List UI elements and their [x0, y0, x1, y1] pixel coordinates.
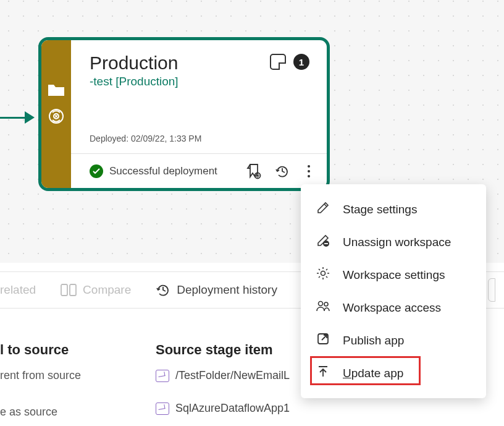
svg-rect-4	[70, 284, 76, 296]
toolbar-deployment-history[interactable]: Deployment history	[156, 283, 277, 297]
row-rent-from-source: rent from source	[0, 369, 81, 382]
folder-icon	[48, 85, 64, 97]
rules-icon[interactable]	[246, 163, 261, 179]
menu-item-label: Workspace settings	[343, 268, 445, 282]
stage-deployed-timestamp: Deployed: 02/09/22, 1:33 PM	[90, 134, 201, 143]
menu-workspace-access[interactable]: Workspace access	[301, 291, 486, 324]
deployment-status-text: Successful deployment	[109, 165, 240, 177]
stage-card-footer: Successful deployment	[71, 153, 327, 188]
pencil-icon	[316, 200, 330, 218]
menu-item-label: Update app	[343, 367, 403, 380]
stage-card-sidebar	[41, 40, 71, 188]
menu-item-label: Unassign workspace	[343, 236, 451, 249]
column-header-source-stage-item: Source stage item	[156, 342, 290, 358]
menu-item-label: Publish app	[343, 334, 404, 347]
upload-icon	[316, 364, 330, 382]
people-icon	[316, 299, 330, 317]
row-e-as-source: e as source	[0, 406, 81, 419]
menu-update-app[interactable]: Update app	[301, 357, 486, 390]
stage-context-menu: Stage settings Unassign workspace Worksp…	[301, 184, 486, 398]
source-item-row-2[interactable]: SqlAzureDataflowApp1	[156, 402, 290, 415]
toolbar-compare: Compare	[61, 283, 131, 297]
menu-item-label: Workspace access	[343, 301, 441, 315]
sync-cancel-icon	[48, 108, 64, 124]
dataflow-folder-icon	[156, 370, 169, 382]
gear-icon	[316, 266, 330, 284]
success-icon	[90, 164, 103, 178]
stage-card-production[interactable]: Production -test [Production] Deployed: …	[38, 37, 330, 191]
source-item-row-1[interactable]: /TestFolder/NewEmailL	[156, 369, 290, 382]
svg-rect-3	[61, 284, 67, 296]
more-options-button[interactable]	[303, 163, 314, 180]
stage-subtitle: -test [Production]	[90, 75, 308, 88]
menu-unassign-workspace[interactable]: Unassign workspace	[301, 226, 486, 258]
menu-workspace-settings[interactable]: Workspace settings	[301, 258, 486, 291]
dataflow-folder-icon	[156, 403, 169, 415]
menu-stage-settings[interactable]: Stage settings	[301, 193, 486, 226]
svg-point-6	[321, 271, 326, 276]
external-icon	[316, 331, 330, 349]
toolbar-right-control[interactable]	[488, 278, 495, 302]
menu-item-label: Stage settings	[343, 203, 417, 216]
note-icon[interactable]	[270, 54, 286, 70]
toolbar-related: related	[0, 283, 36, 297]
connector-arrow	[0, 111, 37, 124]
svg-point-8	[324, 302, 328, 306]
svg-point-7	[319, 302, 323, 306]
column-header-to-source: l to source	[0, 342, 81, 358]
history-icon[interactable]	[275, 164, 290, 179]
unassign-icon	[316, 233, 330, 251]
count-badge[interactable]: 1	[293, 54, 309, 70]
menu-publish-app[interactable]: Publish app	[301, 324, 486, 357]
